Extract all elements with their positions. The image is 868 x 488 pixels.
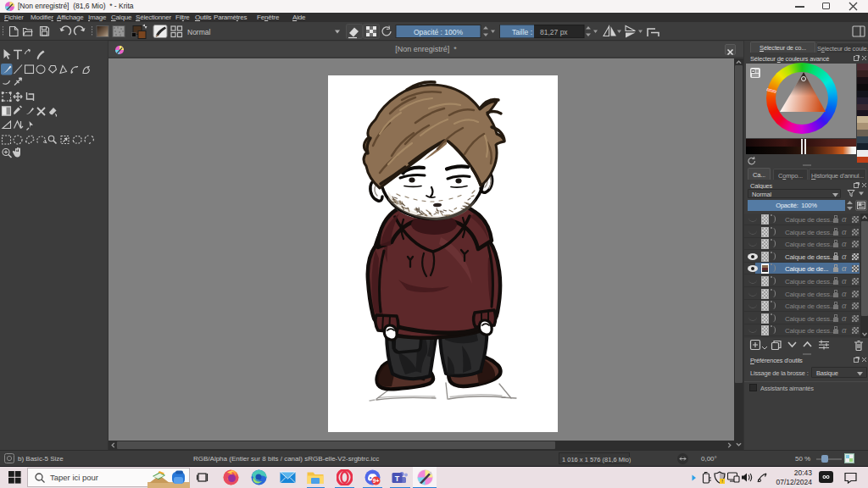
svg-text:Taille :: Taille : <box>512 28 532 36</box>
svg-text:Normal: Normal <box>187 28 211 36</box>
svg-text:81,27 px: 81,27 px <box>540 28 568 36</box>
svg-text:T: T <box>395 474 400 483</box>
svg-text:9+: 9+ <box>373 478 380 484</box>
svg-text:Opacité : 100%: Opacité : 100% <box>414 28 464 36</box>
